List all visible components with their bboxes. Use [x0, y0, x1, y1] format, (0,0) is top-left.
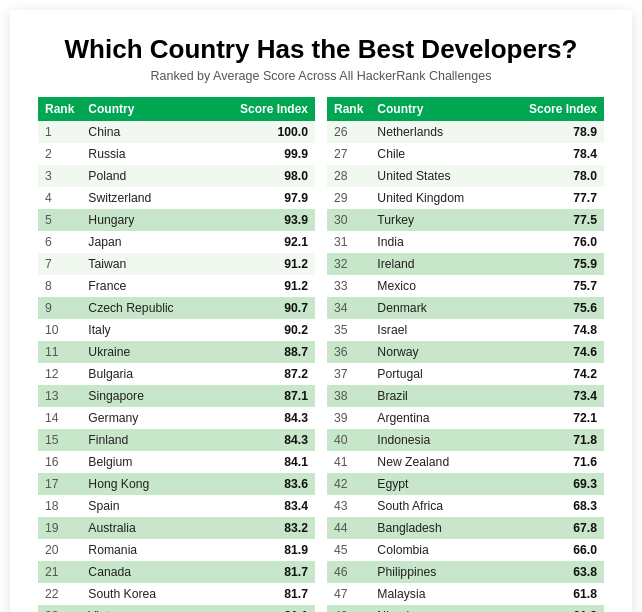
right-table-wrap: Rank Country Score Index 26 Netherlands …: [327, 97, 604, 612]
left-table: Rank Country Score Index 1 China 100.0 2…: [38, 97, 315, 612]
country-cell: Spain: [81, 495, 209, 517]
rank-cell: 16: [38, 451, 81, 473]
right-table: Rank Country Score Index 26 Netherlands …: [327, 97, 604, 612]
tables-container: Rank Country Score Index 1 China 100.0 2…: [38, 97, 604, 612]
country-cell: Ireland: [370, 253, 499, 275]
score-cell: 83.4: [209, 495, 315, 517]
table-row: 45 Colombia 66.0: [327, 539, 604, 561]
table-row: 13 Singapore 87.1: [38, 385, 315, 407]
country-cell: Brazil: [370, 385, 499, 407]
country-cell: Chile: [370, 143, 499, 165]
score-cell: 61.3: [499, 605, 604, 612]
country-cell: Norway: [370, 341, 499, 363]
rank-cell: 19: [38, 517, 81, 539]
country-cell: South Africa: [370, 495, 499, 517]
left-score-header: Score Index: [209, 97, 315, 121]
score-cell: 84.1: [209, 451, 315, 473]
table-row: 14 Germany 84.3: [38, 407, 315, 429]
country-cell: Germany: [81, 407, 209, 429]
rank-cell: 20: [38, 539, 81, 561]
table-row: 17 Hong Kong 83.6: [38, 473, 315, 495]
country-cell: Philippines: [370, 561, 499, 583]
rank-cell: 43: [327, 495, 370, 517]
score-cell: 84.3: [209, 429, 315, 451]
rank-cell: 1: [38, 121, 81, 143]
table-row: 20 Romania 81.9: [38, 539, 315, 561]
score-cell: 88.7: [209, 341, 315, 363]
country-cell: Malaysia: [370, 583, 499, 605]
rank-cell: 7: [38, 253, 81, 275]
rank-cell: 36: [327, 341, 370, 363]
rank-cell: 12: [38, 363, 81, 385]
table-row: 7 Taiwan 91.2: [38, 253, 315, 275]
table-row: 16 Belgium 84.1: [38, 451, 315, 473]
rank-cell: 47: [327, 583, 370, 605]
country-cell: Czech Republic: [81, 297, 209, 319]
rank-cell: 27: [327, 143, 370, 165]
table-row: 35 Israel 74.8: [327, 319, 604, 341]
rank-cell: 38: [327, 385, 370, 407]
rank-cell: 15: [38, 429, 81, 451]
country-cell: Taiwan: [81, 253, 209, 275]
rank-cell: 11: [38, 341, 81, 363]
rank-cell: 41: [327, 451, 370, 473]
table-row: 31 India 76.0: [327, 231, 604, 253]
table-row: 29 United Kingdom 77.7: [327, 187, 604, 209]
country-cell: Indonesia: [370, 429, 499, 451]
country-cell: South Korea: [81, 583, 209, 605]
rank-cell: 33: [327, 275, 370, 297]
country-cell: Mexico: [370, 275, 499, 297]
rank-cell: 45: [327, 539, 370, 561]
table-row: 39 Argentina 72.1: [327, 407, 604, 429]
score-cell: 74.6: [499, 341, 604, 363]
score-cell: 81.1: [209, 605, 315, 612]
table-row: 15 Finland 84.3: [38, 429, 315, 451]
right-rank-header: Rank: [327, 97, 370, 121]
score-cell: 81.7: [209, 583, 315, 605]
score-cell: 78.9: [499, 121, 604, 143]
score-cell: 93.9: [209, 209, 315, 231]
score-cell: 68.3: [499, 495, 604, 517]
country-cell: Canada: [81, 561, 209, 583]
score-cell: 98.0: [209, 165, 315, 187]
table-row: 30 Turkey 77.5: [327, 209, 604, 231]
table-row: 48 Nigeria 61.3: [327, 605, 604, 612]
table-row: 2 Russia 99.9: [38, 143, 315, 165]
rank-cell: 35: [327, 319, 370, 341]
country-cell: Belgium: [81, 451, 209, 473]
rank-cell: 26: [327, 121, 370, 143]
score-cell: 81.7: [209, 561, 315, 583]
table-row: 22 South Korea 81.7: [38, 583, 315, 605]
country-cell: China: [81, 121, 209, 143]
rank-cell: 17: [38, 473, 81, 495]
main-title: Which Country Has the Best Developers?: [38, 34, 604, 65]
rank-cell: 34: [327, 297, 370, 319]
score-cell: 71.8: [499, 429, 604, 451]
table-row: 4 Switzerland 97.9: [38, 187, 315, 209]
rank-cell: 23: [38, 605, 81, 612]
rank-cell: 5: [38, 209, 81, 231]
table-row: 36 Norway 74.6: [327, 341, 604, 363]
rank-cell: 14: [38, 407, 81, 429]
country-cell: Switzerland: [81, 187, 209, 209]
main-card: Which Country Has the Best Developers? R…: [10, 10, 632, 612]
table-row: 3 Poland 98.0: [38, 165, 315, 187]
score-cell: 73.4: [499, 385, 604, 407]
score-cell: 74.8: [499, 319, 604, 341]
score-cell: 78.0: [499, 165, 604, 187]
rank-cell: 37: [327, 363, 370, 385]
table-row: 19 Australia 83.2: [38, 517, 315, 539]
rank-cell: 39: [327, 407, 370, 429]
table-row: 46 Philippines 63.8: [327, 561, 604, 583]
country-cell: Bangladesh: [370, 517, 499, 539]
score-cell: 87.1: [209, 385, 315, 407]
left-rank-header: Rank: [38, 97, 81, 121]
table-row: 1 China 100.0: [38, 121, 315, 143]
score-cell: 75.7: [499, 275, 604, 297]
table-row: 38 Brazil 73.4: [327, 385, 604, 407]
score-cell: 97.9: [209, 187, 315, 209]
table-row: 33 Mexico 75.7: [327, 275, 604, 297]
table-row: 10 Italy 90.2: [38, 319, 315, 341]
table-row: 8 France 91.2: [38, 275, 315, 297]
rank-cell: 21: [38, 561, 81, 583]
